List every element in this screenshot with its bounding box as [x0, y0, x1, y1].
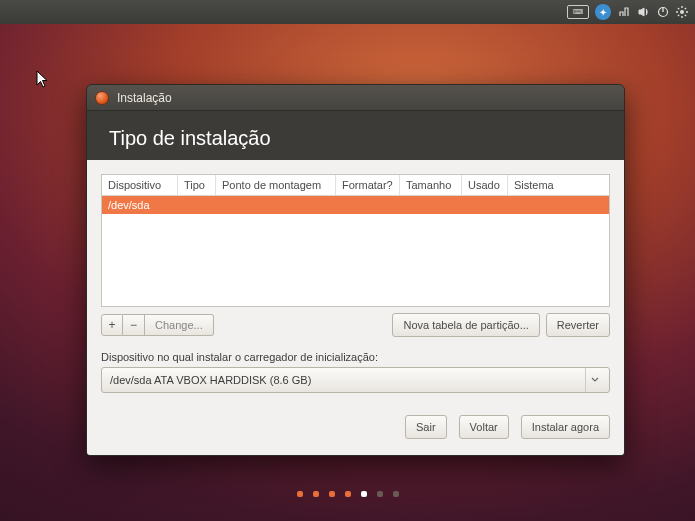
- window-body: Dispositivo Tipo Ponto de montagem Forma…: [87, 160, 624, 455]
- network-icon[interactable]: [617, 5, 631, 19]
- accessibility-icon[interactable]: ✦: [595, 4, 611, 20]
- window-title: Instalação: [117, 91, 172, 105]
- partition-toolbar: + − Change... Nova tabela de partição...…: [101, 313, 610, 337]
- sound-icon[interactable]: [637, 5, 651, 19]
- bootloader-selected-value: /dev/sda ATA VBOX HARDDISK (8.6 GB): [110, 374, 311, 386]
- top-panel: ⌨ ✦: [0, 0, 695, 24]
- svg-line-8: [685, 15, 686, 16]
- col-header-type[interactable]: Tipo: [178, 175, 216, 195]
- close-icon[interactable]: [95, 91, 109, 105]
- bootloader-label: Dispositivo no qual instalar o carregado…: [101, 351, 610, 363]
- page-header: Tipo de instalação: [87, 111, 624, 160]
- window-titlebar[interactable]: Instalação: [87, 85, 624, 111]
- step-dot: [377, 491, 383, 497]
- wizard-footer: Sair Voltar Instalar agora: [101, 415, 610, 439]
- col-header-mount[interactable]: Ponto de montagem: [216, 175, 336, 195]
- mouse-cursor-icon: [36, 70, 50, 94]
- keyboard-indicator-icon[interactable]: ⌨: [567, 5, 589, 19]
- col-header-format[interactable]: Formatar?: [336, 175, 400, 195]
- step-dot: [313, 491, 319, 497]
- quit-button[interactable]: Sair: [405, 415, 447, 439]
- step-dot: [361, 491, 367, 497]
- col-header-used[interactable]: Usado: [462, 175, 508, 195]
- step-dot: [393, 491, 399, 497]
- step-dot: [297, 491, 303, 497]
- revert-button[interactable]: Reverter: [546, 313, 610, 337]
- col-header-device[interactable]: Dispositivo: [102, 175, 178, 195]
- installer-window: Instalação Tipo de instalação Dispositiv…: [86, 84, 625, 456]
- add-partition-button[interactable]: +: [101, 314, 123, 336]
- partition-table: Dispositivo Tipo Ponto de montagem Forma…: [101, 174, 610, 307]
- table-row[interactable]: /dev/sda: [102, 196, 609, 214]
- svg-line-7: [678, 8, 679, 9]
- page-title: Tipo de instalação: [109, 127, 602, 150]
- desktop-background: ⌨ ✦ Instalação Tipo de instalação Di: [0, 0, 695, 521]
- chevron-down-icon: [585, 368, 603, 392]
- cell-device: /dev/sda: [102, 196, 178, 214]
- partition-table-header: Dispositivo Tipo Ponto de montagem Forma…: [102, 175, 609, 196]
- power-icon[interactable]: [657, 6, 669, 18]
- settings-gear-icon[interactable]: [675, 5, 689, 19]
- step-dot: [345, 491, 351, 497]
- bootloader-device-select[interactable]: /dev/sda ATA VBOX HARDDISK (8.6 GB): [101, 367, 610, 393]
- remove-partition-button[interactable]: −: [123, 314, 145, 336]
- col-header-system[interactable]: Sistema: [508, 175, 609, 195]
- new-partition-table-button[interactable]: Nova tabela de partição...: [392, 313, 539, 337]
- change-partition-button[interactable]: Change...: [145, 314, 214, 336]
- step-dot: [329, 491, 335, 497]
- partition-table-body[interactable]: /dev/sda: [102, 196, 609, 306]
- svg-point-2: [680, 10, 684, 14]
- svg-line-10: [685, 8, 686, 9]
- svg-line-9: [678, 15, 679, 16]
- col-header-size[interactable]: Tamanho: [400, 175, 462, 195]
- progress-dots: [0, 491, 695, 497]
- install-now-button[interactable]: Instalar agora: [521, 415, 610, 439]
- back-button[interactable]: Voltar: [459, 415, 509, 439]
